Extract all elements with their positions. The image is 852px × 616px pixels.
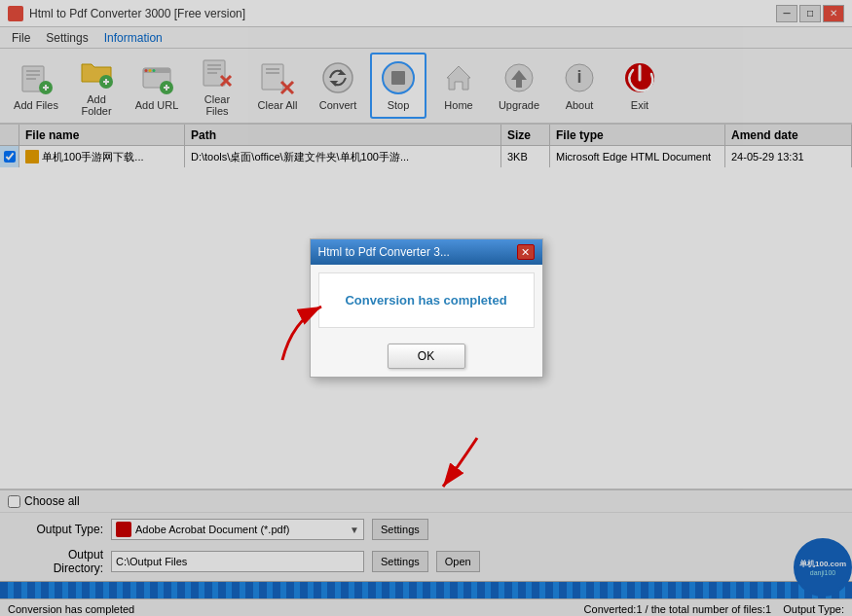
modal-close-button[interactable]: ✕ bbox=[517, 244, 535, 260]
modal-ok-button[interactable]: OK bbox=[388, 344, 465, 369]
modal-title: Html to Pdf Converter 3... bbox=[318, 245, 450, 259]
modal-body: Conversion has completed bbox=[318, 272, 535, 328]
modal-titlebar: Html to Pdf Converter 3... ✕ bbox=[311, 239, 542, 265]
modal-footer: OK bbox=[311, 336, 542, 377]
modal-message: Conversion has completed bbox=[345, 293, 506, 308]
modal-dialog: Html to Pdf Converter 3... ✕ Conversion … bbox=[310, 238, 543, 378]
modal-overlay: Html to Pdf Converter 3... ✕ Conversion … bbox=[0, 0, 852, 616]
